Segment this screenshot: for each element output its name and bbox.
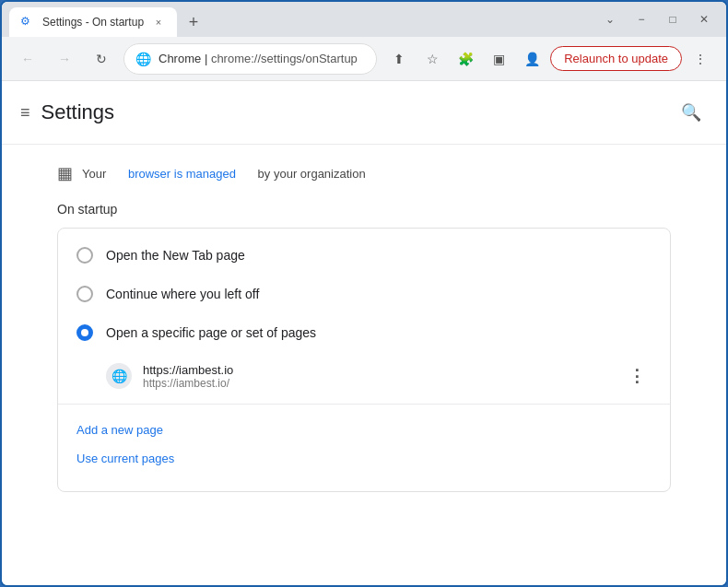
address-text: Chrome | chrome://settings/onStartup [159,52,365,65]
window-controls: ⌄ − □ ✕ [595,5,719,34]
managed-text-after: by your organization [258,167,366,181]
relaunch-button[interactable]: Relaunch to update [550,46,682,71]
forward-button[interactable]: → [50,44,79,74]
managed-link[interactable]: browser is managed [128,167,236,181]
radio-new-tab[interactable]: Open the New Tab page [58,236,670,275]
nav-bar: ← → ↻ 🌐 Chrome | chrome://settings/onSta… [2,37,726,81]
on-startup-card: Open the New Tab page Continue where you… [57,228,671,492]
share-button[interactable]: ⬆ [384,44,414,74]
page-content: ≡ Settings 🔍 ▦ Your browser is managed b… [2,81,726,585]
radio-continue-label: Continue where you left off [106,287,259,301]
url-primary: https://iambest.io [143,363,611,377]
radio-new-tab-label: Open the New Tab page [106,248,245,263]
settings-header-left: ≡ Settings [20,100,114,124]
radio-specific-page[interactable]: Open a specific page or set of pages [58,313,670,352]
managed-text-before: Your [82,167,106,181]
title-bar: ⚙ Settings - On startup × + ⌄ − □ ✕ [2,2,726,37]
sidebar-button[interactable]: ▣ [484,44,513,74]
minimize-button[interactable]: − [627,5,656,34]
url-secondary: https://iambest.io/ [143,377,611,390]
radio-new-tab-circle [76,247,93,264]
settings-header: ≡ Settings 🔍 [2,81,726,145]
settings-body: ▦ Your browser is managed by your organi… [2,145,726,511]
use-current-pages-link[interactable]: Use current pages [76,444,652,473]
site-name: Chrome [159,52,201,65]
url-entry: 🌐 https://iambest.io https://iambest.io/… [58,352,670,400]
nav-actions: ⬆ ☆ 🧩 ▣ 👤 Relaunch to update ⋮ [384,44,715,74]
extensions-button[interactable]: 🧩 [451,44,480,74]
radio-specific-label: Open a specific page or set of pages [106,325,316,340]
managed-notice: ▦ Your browser is managed by your organi… [57,163,671,183]
account-button[interactable]: 👤 [517,44,546,74]
tab-close-button[interactable]: × [151,15,166,29]
card-links: Add a new page Use current pages [58,408,670,484]
maximize-button[interactable]: □ [658,5,687,34]
settings-search-button[interactable]: 🔍 [675,96,708,129]
tab-title: Settings - On startup [42,16,144,29]
settings-page-title: Settings [41,100,115,124]
hamburger-menu-button[interactable]: ≡ [20,103,30,123]
chevron-down-button[interactable]: ⌄ [595,5,625,34]
new-tab-button[interactable]: + [181,9,206,35]
radio-specific-circle [76,324,93,341]
radio-continue-circle [76,286,93,302]
refresh-button[interactable]: ↻ [87,44,116,74]
url-texts: https://iambest.io https://iambest.io/ [143,363,611,390]
url-path: chrome://settings/onStartup [211,52,358,65]
address-globe-icon: 🌐 [135,52,151,66]
url-globe-icon: 🌐 [106,363,132,389]
close-button[interactable]: ✕ [689,5,719,34]
add-new-page-link[interactable]: Add a new page [76,416,652,444]
bookmark-button[interactable]: ☆ [417,44,447,74]
radio-continue[interactable]: Continue where you left off [58,275,670,313]
active-tab[interactable]: ⚙ Settings - On startup × [9,7,177,37]
relaunch-more-button[interactable]: ⋮ [686,44,715,74]
managed-icon: ▦ [57,163,73,183]
address-bar[interactable]: 🌐 Chrome | chrome://settings/onStartup [123,43,377,75]
tab-favicon-icon: ⚙ [20,15,35,29]
address-separator: | [205,52,211,65]
back-button[interactable]: ← [13,44,42,74]
card-divider [58,404,670,405]
url-more-button[interactable]: ⋮ [622,361,652,391]
on-startup-section-title: On startup [57,202,671,217]
tab-strip: ⚙ Settings - On startup × + [9,2,592,37]
browser-window: ⚙ Settings - On startup × + ⌄ − □ ✕ ← → … [0,0,728,587]
